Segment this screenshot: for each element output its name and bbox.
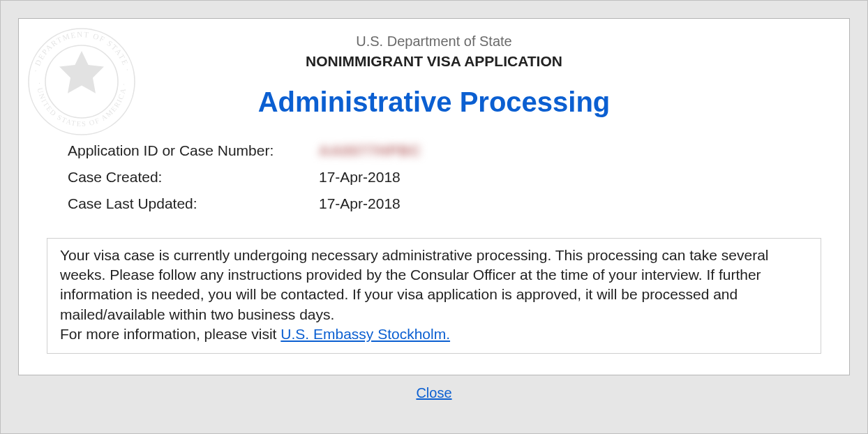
more-info-prefix: For more information, please visit xyxy=(60,326,280,342)
embassy-link[interactable]: U.S. Embassy Stockholm. xyxy=(280,326,450,342)
status-title: Administrative Processing xyxy=(47,87,821,118)
row-case-created: Case Created: 17-Apr-2018 xyxy=(68,164,821,190)
case-updated-label: Case Last Updated: xyxy=(68,190,319,217)
application-id-label: Application ID or Case Number: xyxy=(68,137,319,164)
application-id-value: AA0077HPBC xyxy=(319,137,421,164)
header-block: U.S. Department of State NONIMMIGRANT VI… xyxy=(47,31,821,118)
row-application-id: Application ID or Case Number: AA0077HPB… xyxy=(68,137,821,164)
application-type: NONIMMIGRANT VISA APPLICATION xyxy=(47,51,821,71)
case-details: Application ID or Case Number: AA0077HPB… xyxy=(47,137,821,216)
case-created-label: Case Created: xyxy=(68,164,319,190)
department-name: U.S. Department of State xyxy=(47,31,821,51)
dialog-container: · DEPARTMENT OF STATE · · UNITED STATES … xyxy=(0,0,868,434)
status-card: · DEPARTMENT OF STATE · · UNITED STATES … xyxy=(18,18,850,375)
close-link[interactable]: Close xyxy=(416,385,451,401)
notice-box: Your visa case is currently undergoing n… xyxy=(47,238,821,354)
row-case-updated: Case Last Updated: 17-Apr-2018 xyxy=(68,190,821,217)
case-updated-value: 17-Apr-2018 xyxy=(319,190,401,217)
footer-row: Close xyxy=(18,375,850,410)
notice-body: Your visa case is currently undergoing n… xyxy=(60,247,769,322)
case-created-value: 17-Apr-2018 xyxy=(319,164,401,190)
